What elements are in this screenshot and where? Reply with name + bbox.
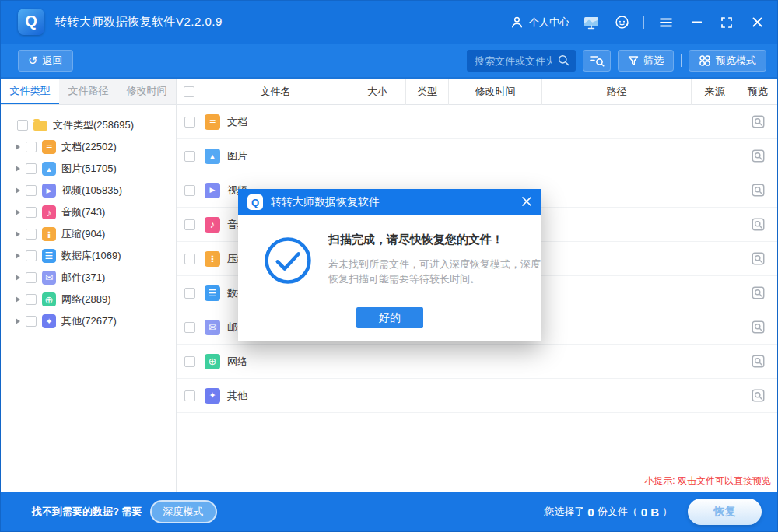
preview-mode-button[interactable]: 预览模式: [689, 50, 766, 72]
row-preview-icon[interactable]: [738, 252, 777, 265]
table-header: 文件名大小类型修改时间路径来源预览: [177, 79, 777, 105]
checkbox[interactable]: [26, 207, 37, 218]
sidebar-tab-文件类型[interactable]: 文件类型: [1, 79, 59, 104]
checkbox[interactable]: [26, 229, 37, 240]
mail-icon: [42, 271, 56, 285]
expand-arrow-icon[interactable]: [16, 144, 20, 150]
app-window: Q 转转大师数据恢复软件V2.2.0.9 个人中心: [0, 0, 778, 532]
checkbox[interactable]: [184, 151, 195, 162]
checkbox[interactable]: [17, 120, 28, 131]
minimize-button[interactable]: [688, 14, 705, 31]
tree-item[interactable]: 视频(105835): [5, 180, 176, 201]
expand-arrow-icon[interactable]: [16, 275, 20, 281]
column-header-类型[interactable]: 类型: [406, 79, 449, 105]
close-button[interactable]: [748, 14, 766, 31]
tree-item-label: 数据库(1069): [61, 249, 121, 263]
dialog-ok-button[interactable]: 好的: [356, 307, 423, 328]
expand-arrow-icon[interactable]: [16, 318, 20, 324]
row-preview-icon[interactable]: [738, 218, 777, 231]
checkbox[interactable]: [26, 185, 37, 196]
row-preview-icon[interactable]: [738, 149, 777, 163]
advanced-search-button[interactable]: [583, 50, 611, 72]
checkbox[interactable]: [184, 117, 195, 128]
column-header-大小[interactable]: 大小: [349, 79, 406, 105]
search-icon[interactable]: [558, 54, 569, 69]
zip-icon: [42, 227, 56, 241]
checkbox[interactable]: [26, 294, 37, 305]
select-all-checkbox[interactable]: [184, 86, 194, 97]
checkbox[interactable]: [184, 356, 195, 367]
tree-item[interactable]: 文档(22502): [5, 136, 176, 158]
expand-arrow-icon[interactable]: [16, 253, 20, 259]
expand-arrow-icon[interactable]: [16, 209, 20, 215]
row-preview-icon[interactable]: [738, 286, 777, 299]
maximize-button[interactable]: [718, 14, 735, 31]
tree-root[interactable]: 文件类型(258695): [5, 114, 176, 136]
titlebar-actions: 个人中心: [508, 14, 766, 31]
checkbox[interactable]: [184, 322, 195, 333]
table-row[interactable]: 文档: [177, 105, 777, 139]
checkbox[interactable]: [184, 288, 195, 299]
customer-service-icon[interactable]: [613, 14, 630, 31]
doc-icon: [42, 140, 56, 154]
dialog-close-icon[interactable]: [521, 196, 532, 209]
deep-mode-button[interactable]: 深度模式: [150, 500, 217, 523]
tree-item[interactable]: 图片(51705): [5, 158, 176, 180]
checkbox[interactable]: [26, 142, 37, 152]
column-header-修改时间[interactable]: 修改时间: [449, 79, 542, 105]
tree-item[interactable]: 邮件(371): [5, 267, 176, 289]
other-icon: [42, 314, 56, 328]
expand-arrow-icon[interactable]: [16, 296, 20, 303]
sidebar-tab-修改时间[interactable]: 修改时间: [117, 79, 176, 104]
tree-item[interactable]: 其他(72677): [5, 310, 176, 332]
remote-assist-icon[interactable]: [583, 14, 600, 31]
preview-mode-icon: [699, 54, 711, 67]
table-row[interactable]: 其他: [177, 379, 777, 413]
filter-button[interactable]: 筛选: [618, 50, 674, 72]
row-preview-icon[interactable]: [738, 320, 777, 334]
table-row[interactable]: 网络: [177, 345, 777, 379]
checkbox[interactable]: [26, 316, 37, 327]
row-preview-icon[interactable]: [738, 389, 777, 402]
titlebar: Q 转转大师数据恢复软件V2.2.0.9 个人中心: [1, 1, 777, 44]
expand-arrow-icon[interactable]: [16, 166, 20, 172]
row-preview-icon[interactable]: [738, 115, 777, 128]
checkbox[interactable]: [26, 163, 37, 174]
app-logo-icon: Q: [18, 9, 44, 35]
tree-item[interactable]: 数据库(1069): [5, 245, 176, 267]
db-icon: [205, 285, 220, 301]
checkbox[interactable]: [26, 272, 37, 283]
tree-item[interactable]: 网络(2889): [5, 289, 176, 310]
file-type-tree: 文件类型(258695)文档(22502)图片(51705)视频(105835)…: [1, 105, 176, 332]
dialog-subtext: 若未找到所需文件，可进入深度恢复模式，深度恢复扫描可能需要等待较长时间。: [328, 257, 541, 286]
column-header-路径[interactable]: 路径: [542, 79, 692, 105]
row-preview-icon[interactable]: [738, 355, 777, 368]
column-header-来源[interactable]: 来源: [692, 79, 738, 105]
tree-item[interactable]: 压缩(904): [5, 223, 176, 245]
expand-arrow-icon[interactable]: [16, 187, 20, 194]
toolbar-right: 筛选 预览模式: [467, 50, 766, 72]
table-row[interactable]: 图片: [177, 139, 777, 173]
back-button[interactable]: ↺ 返回: [18, 50, 73, 72]
back-icon: ↺: [28, 54, 38, 66]
checkbox[interactable]: [184, 219, 195, 230]
column-header-预览[interactable]: 预览: [738, 79, 777, 105]
tree-item-label: 其他(72677): [61, 314, 117, 328]
menu-button[interactable]: [657, 14, 675, 31]
checkbox[interactable]: [184, 185, 195, 196]
file-name: 其他: [227, 389, 247, 403]
expand-arrow-icon[interactable]: [16, 231, 20, 237]
tree-item-label: 文档(22502): [61, 140, 117, 154]
tree-item-label: 网络(2889): [61, 292, 111, 306]
checkbox[interactable]: [26, 250, 37, 261]
user-center-button[interactable]: 个人中心: [508, 14, 569, 31]
row-preview-icon[interactable]: [738, 184, 777, 197]
checkbox[interactable]: [184, 390, 195, 401]
recover-button[interactable]: 恢复: [688, 499, 762, 525]
user-center-label: 个人中心: [529, 16, 569, 30]
sidebar-tab-文件路径[interactable]: 文件路径: [59, 79, 117, 104]
dialog-heading: 扫描完成，请尽快恢复您的文件！: [328, 233, 541, 247]
column-header-文件名[interactable]: 文件名: [202, 79, 349, 105]
tree-item[interactable]: 音频(743): [5, 201, 176, 223]
checkbox[interactable]: [184, 254, 195, 264]
